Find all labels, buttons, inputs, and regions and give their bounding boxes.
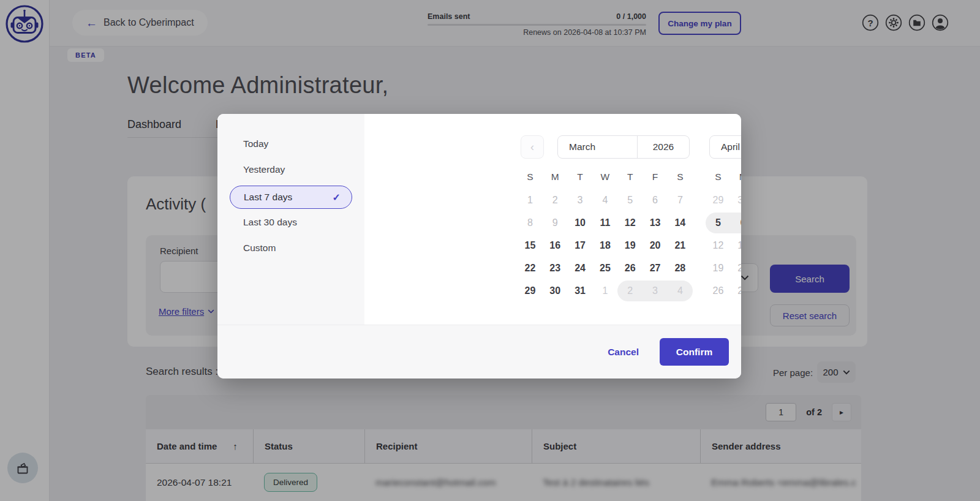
calendar-day[interactable]: 8: [518, 211, 543, 234]
weekday-label: S: [668, 170, 693, 184]
calendar-day-number: 6: [733, 213, 741, 233]
calendar-day[interactable]: 12: [706, 234, 731, 257]
month-year-select-april: April 2026: [709, 135, 741, 159]
calendar-day[interactable]: 21: [668, 234, 693, 257]
preset-last-7-days[interactable]: Last 7 days ✓: [230, 186, 352, 209]
preset-last-7-days-label: Last 7 days: [244, 192, 292, 203]
calendar-day-number: 30: [733, 190, 741, 211]
calendar-grid-april: 2930311234567891011121314151617181920212…: [706, 189, 741, 302]
weekday-label: T: [568, 170, 593, 184]
calendar-day-number: 24: [570, 258, 590, 279]
calendar-day-number: 9: [545, 213, 565, 233]
calendar-day[interactable]: 25: [592, 257, 617, 279]
calendar-day-number: 6: [645, 190, 666, 211]
calendar-day[interactable]: 15: [518, 234, 543, 257]
calendar-day-number: 4: [595, 190, 616, 211]
calendar-day-number: 12: [707, 235, 728, 256]
calendar-day[interactable]: 4: [668, 279, 693, 302]
calendar-day-number: 14: [669, 213, 690, 233]
calendar-day[interactable]: 19: [617, 234, 643, 257]
calendar-day[interactable]: 5: [617, 189, 643, 211]
weekday-label: M: [731, 170, 741, 184]
calendar-day-number: 27: [733, 281, 741, 301]
calendar-day[interactable]: 27: [731, 279, 741, 302]
calendar-day[interactable]: 16: [543, 234, 568, 257]
calendar-day[interactable]: 2: [617, 279, 643, 302]
calendar-day[interactable]: 26: [706, 279, 731, 302]
preset-last-30-days[interactable]: Last 30 days: [243, 217, 297, 228]
calendar-day[interactable]: 22: [518, 257, 543, 279]
calendar-day[interactable]: 3: [643, 279, 668, 302]
weekday-label: S: [518, 170, 543, 184]
cancel-button[interactable]: Cancel: [608, 347, 639, 358]
calendar-day-number: 17: [570, 235, 590, 256]
calendar-day[interactable]: 7: [668, 189, 693, 211]
calendar-day[interactable]: 20: [643, 234, 668, 257]
calendar-grid-march: 1234567891011121314151617181920212223242…: [518, 189, 693, 302]
calendar-day[interactable]: 13: [643, 211, 668, 234]
calendar-day[interactable]: 1: [592, 279, 617, 302]
calendar-day-number: 13: [733, 235, 741, 256]
preset-panel: Today Yesterday Last 7 days ✓ Last 30 da…: [217, 114, 364, 325]
calendar-day-number: 26: [620, 258, 641, 279]
month-select[interactable]: March: [558, 136, 638, 158]
calendar-day[interactable]: 5: [706, 211, 731, 234]
calendar-day[interactable]: 30: [543, 279, 568, 302]
preset-yesterday[interactable]: Yesterday: [243, 164, 285, 175]
calendar-day[interactable]: 29: [706, 189, 731, 211]
month-select[interactable]: April: [710, 136, 741, 158]
confirm-button[interactable]: Confirm: [660, 338, 729, 366]
calendar-day[interactable]: 10: [568, 211, 593, 234]
calendar-day-number: 25: [595, 258, 616, 279]
calendars-area: ‹ March 2026 April 2026 › SMTWTFS 123456…: [364, 114, 741, 325]
calendar-day-number: 31: [570, 281, 590, 301]
calendar-day-number: 4: [669, 281, 690, 301]
calendar-day[interactable]: 2: [543, 189, 568, 211]
calendar-day[interactable]: 19: [706, 257, 731, 279]
calendar-day-number: 26: [707, 281, 728, 301]
calendar-day-number: 16: [545, 235, 565, 256]
calendar-day-number: 21: [669, 235, 690, 256]
preset-custom[interactable]: Custom: [243, 243, 276, 254]
calendar-day[interactable]: 30: [731, 189, 741, 211]
weekday-label: W: [592, 170, 617, 184]
calendar-day-number: 29: [519, 281, 540, 301]
calendar-day-number: 22: [519, 258, 540, 279]
calendar-day-number: 15: [519, 235, 540, 256]
calendar-day-number: 11: [595, 213, 616, 233]
modal-body: Today Yesterday Last 7 days ✓ Last 30 da…: [217, 114, 741, 325]
calendar-day[interactable]: 27: [643, 257, 668, 279]
weekday-label: T: [617, 170, 643, 184]
calendar-day[interactable]: 18: [592, 234, 617, 257]
calendar-day[interactable]: 24: [568, 257, 593, 279]
calendar-day-number: 12: [620, 213, 641, 233]
calendar-day[interactable]: 17: [568, 234, 593, 257]
year-select[interactable]: 2026: [638, 136, 689, 158]
weekday-label: F: [643, 170, 668, 184]
calendar-day[interactable]: 13: [731, 234, 741, 257]
previous-month-button[interactable]: ‹: [521, 135, 544, 159]
calendar-day[interactable]: 3: [568, 189, 593, 211]
calendar-day[interactable]: 14: [668, 211, 693, 234]
calendar-day[interactable]: 12: [617, 211, 643, 234]
calendar-day[interactable]: 6: [643, 189, 668, 211]
calendar-day[interactable]: 11: [592, 211, 617, 234]
calendar-day[interactable]: 1: [518, 189, 543, 211]
calendar-day-number: 1: [595, 281, 616, 301]
calendar-day[interactable]: 29: [518, 279, 543, 302]
calendar-day[interactable]: 6: [731, 211, 741, 234]
calendar-day[interactable]: 26: [617, 257, 643, 279]
calendar-day[interactable]: 31: [568, 279, 593, 302]
calendar-day[interactable]: 20: [731, 257, 741, 279]
weekday-label: M: [543, 170, 568, 184]
calendar-day-number: 18: [595, 235, 616, 256]
calendar-day-number: 10: [570, 213, 590, 233]
calendar-day[interactable]: 23: [543, 257, 568, 279]
calendar-day-number: 27: [645, 258, 666, 279]
preset-today[interactable]: Today: [243, 138, 268, 149]
calendar-day-number: 19: [707, 258, 728, 279]
weekday-row: SMTWTFS: [706, 170, 741, 184]
calendar-day[interactable]: 4: [592, 189, 617, 211]
calendar-day[interactable]: 9: [543, 211, 568, 234]
calendar-day[interactable]: 28: [668, 257, 693, 279]
